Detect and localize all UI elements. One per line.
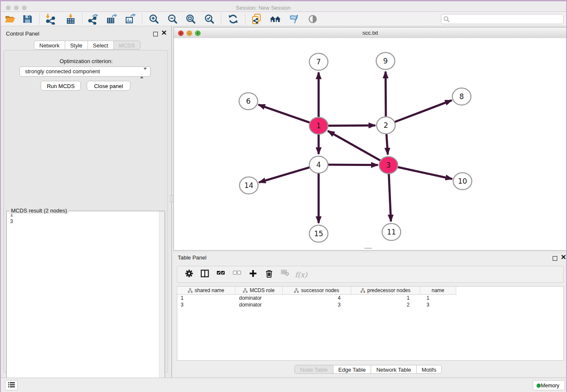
column-header-mcds-role[interactable]: MCDS role <box>235 287 283 294</box>
zoom-selected-button[interactable] <box>202 13 217 25</box>
tab-style[interactable]: Style <box>65 41 88 50</box>
zoom-in-button[interactable] <box>147 13 161 25</box>
node-2[interactable]: 2 <box>377 117 395 134</box>
column-header-shared-name[interactable]: shared name <box>177 287 235 294</box>
panel-menu-button[interactable] <box>5 380 18 390</box>
node-4[interactable]: 4 <box>309 156 328 173</box>
table-cell[interactable]: 3 <box>177 301 236 308</box>
trash-icon <box>265 269 273 278</box>
maximize-window-icon[interactable] <box>22 6 27 10</box>
node-3[interactable]: 3 <box>379 157 398 174</box>
control-panel-title: Control Panel <box>6 30 39 37</box>
split-grip[interactable] <box>364 248 372 249</box>
tab-network-table[interactable]: Network Table <box>371 365 416 374</box>
clone-network-button[interactable] <box>249 13 264 25</box>
tab-node-table[interactable]: Node Table <box>295 365 333 374</box>
tab-network[interactable]: Network <box>34 41 65 50</box>
divider-grip[interactable] <box>170 195 173 202</box>
destroy-table-button[interactable] <box>280 269 291 280</box>
function-builder-button[interactable]: f(x) <box>295 269 306 280</box>
edge-2-8[interactable] <box>394 100 452 122</box>
float-icon <box>553 256 557 261</box>
toolbar-separator <box>82 14 83 25</box>
show-graphics-details-button[interactable] <box>287 13 301 25</box>
minimize-window-icon[interactable] <box>14 6 19 10</box>
edge-1-2[interactable] <box>327 125 375 126</box>
scrollbar-track[interactable] <box>159 211 165 392</box>
tab-mcds[interactable]: MCDS <box>114 41 140 50</box>
export-table-button[interactable] <box>105 13 119 25</box>
criterion-dropdown[interactable]: strongly connected component <box>19 66 151 77</box>
delete-column-button[interactable] <box>264 269 275 280</box>
tab-edge-table[interactable]: Edge Table <box>333 365 372 374</box>
tab-motifs[interactable]: Motifs <box>417 365 442 374</box>
first-neighbors-button[interactable] <box>268 13 283 25</box>
table-row[interactable]: 3dominator323 <box>177 301 563 308</box>
zoom-out-button[interactable] <box>165 13 180 25</box>
edge-3-10[interactable] <box>396 167 452 179</box>
edge-2-9[interactable] <box>385 72 386 117</box>
node-15[interactable]: 15 <box>309 225 328 242</box>
tab-select[interactable]: Select <box>88 41 114 50</box>
node-8[interactable]: 8 <box>452 88 471 105</box>
birds-eye-view-button[interactable] <box>306 13 320 25</box>
close-panel-action-button[interactable]: Close panel <box>87 81 130 91</box>
column-header-successor-nodes[interactable]: successor nodes <box>283 287 351 294</box>
close-panel-button[interactable]: ✕ <box>161 30 167 36</box>
chevron-up-down-icon <box>140 69 147 78</box>
table-cell[interactable]: 1 <box>352 295 421 301</box>
float-panel-button[interactable] <box>553 256 557 262</box>
table-cell[interactable]: 2 <box>352 301 421 308</box>
node-7[interactable]: 7 <box>309 53 328 70</box>
table-cell[interactable]: 1 <box>421 295 457 301</box>
edge-4-14[interactable] <box>259 167 311 182</box>
import-table-button[interactable] <box>63 13 78 25</box>
table-cell[interactable]: 1 <box>177 295 236 301</box>
table-cell[interactable]: dominator <box>236 295 283 301</box>
edge-2-3[interactable] <box>386 133 388 155</box>
criterion-value: strongly connected component <box>25 68 100 75</box>
column-header-name[interactable]: name <box>420 287 456 294</box>
unselect-all-button[interactable] <box>231 269 242 280</box>
import-network-button[interactable] <box>43 13 58 25</box>
search-field[interactable] <box>441 14 564 24</box>
table-options-button[interactable] <box>184 269 195 280</box>
export-image-button[interactable] <box>123 13 138 25</box>
close-panel-button[interactable]: ✕ <box>561 254 566 261</box>
column-header-predecessor-nodes[interactable]: predecessor nodes <box>351 287 420 294</box>
table-row[interactable]: 1dominator411 <box>177 295 563 301</box>
select-all-button[interactable] <box>215 269 226 280</box>
window-controls[interactable] <box>6 5 30 11</box>
edge-1-6[interactable] <box>259 105 311 123</box>
table-cell[interactable]: 3 <box>421 301 457 308</box>
edge-3-11[interactable] <box>389 173 391 221</box>
edge-3-1[interactable] <box>328 131 382 161</box>
run-mcds-button[interactable]: Run MCDS <box>41 81 81 91</box>
save-session-button[interactable] <box>20 13 35 25</box>
close-window-icon[interactable] <box>6 6 11 10</box>
memory-button[interactable]: Memory <box>533 380 565 390</box>
table-cell[interactable]: 3 <box>283 301 352 308</box>
refresh-icon <box>228 14 239 25</box>
network-canvas[interactable]: 7968124314101511 <box>174 38 567 250</box>
network-window-titlebar[interactable]: ×–+ scc.txt <box>174 28 567 39</box>
home-icon <box>270 14 281 25</box>
node-14[interactable]: 14 <box>239 177 258 194</box>
node-1[interactable]: 1 <box>309 117 328 134</box>
title-bar[interactable]: Session: New Session <box>1 1 567 11</box>
float-panel-button[interactable] <box>153 31 158 38</box>
refresh-button[interactable] <box>226 13 240 25</box>
node-9[interactable]: 9 <box>376 52 395 69</box>
node-11[interactable]: 11 <box>382 224 401 240</box>
node-10[interactable]: 10 <box>453 173 472 190</box>
table-cell[interactable]: dominator <box>236 301 283 308</box>
search-input[interactable] <box>451 15 562 24</box>
create-column-button[interactable] <box>248 269 259 280</box>
fit-content-button[interactable] <box>184 13 198 25</box>
node-6[interactable]: 6 <box>239 93 258 110</box>
edge-4-3[interactable] <box>327 165 378 165</box>
table-cell[interactable]: 4 <box>283 295 352 301</box>
open-session-button[interactable] <box>3 13 17 25</box>
show-columns-button[interactable] <box>199 269 210 280</box>
export-network-button[interactable] <box>86 13 100 25</box>
